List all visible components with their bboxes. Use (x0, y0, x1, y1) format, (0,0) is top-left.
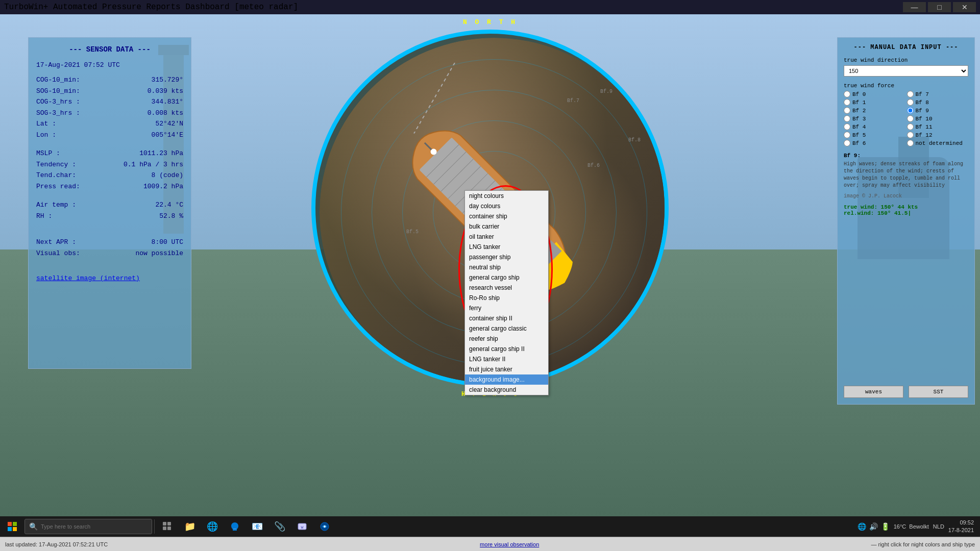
menu-item-neutral-ship[interactable]: neutral ship (465, 262, 548, 272)
menu-item-general-cargo-classic[interactable]: general cargo classic (465, 323, 548, 334)
menu-item-general-cargo-ship[interactable]: general cargo ship (465, 272, 548, 283)
menu-item-ro-ro-ship[interactable]: Ro-Ro ship (465, 293, 548, 303)
status-right: — right click for night colors and ship … (866, 541, 980, 547)
bf-label-7: Bf.7 (567, 98, 579, 104)
bf5-radio[interactable] (844, 132, 850, 138)
bf-description-text: High waves; dense streaks of foam along … (844, 161, 968, 189)
svg-rect-17 (167, 522, 171, 525)
sensor-tendchar: Tend.char: 8 (code) (36, 170, 183, 181)
taskbar-search-bar[interactable]: 🔍 (24, 519, 152, 534)
window-controls: — □ ✕ (903, 2, 976, 12)
bf8-radio[interactable] (907, 99, 914, 106)
bf12-option: Bf 12 (907, 132, 969, 138)
bf2-radio[interactable] (844, 107, 850, 114)
app5-button[interactable]: 📎 (269, 517, 290, 536)
status-center[interactable]: more visual observation (153, 541, 866, 547)
bfnd-label: not determined (916, 140, 963, 146)
bf10-radio[interactable] (907, 115, 914, 122)
bf11-label: Bf 11 (916, 124, 933, 130)
menu-item-container-ship[interactable]: container ship (465, 211, 548, 221)
wind-force-label: true wind force (844, 83, 968, 89)
context-menu: night colours day colours container ship… (464, 190, 549, 395)
menu-item-day-colours[interactable]: day colours (465, 201, 548, 211)
bf11-radio[interactable] (907, 123, 914, 130)
menu-item-general-cargo-ship-ii[interactable]: general cargo ship II (465, 344, 548, 354)
weather-condition: Bewolkt (909, 523, 929, 530)
bf6-radio[interactable] (844, 140, 850, 146)
wind-direction-group: true wind direction 150 160 170 (844, 57, 968, 77)
wind-direction-select[interactable]: 150 160 170 (844, 65, 968, 77)
app6-button[interactable]: W (291, 517, 313, 536)
sst-button[interactable]: SST (909, 386, 968, 398)
true-wind-value: true wind: 150° 44 kts (844, 204, 968, 210)
taskbar-search-icon: 🔍 (29, 522, 38, 531)
sensor-lat: Lat : 52°42'N (36, 119, 183, 129)
rel-wind-value: rel.wind: 150° 41.5| (844, 210, 968, 216)
turbowin-button[interactable] (314, 517, 335, 536)
status-left: last updated: 17-Aug-2021 07:52:21 UTC (0, 541, 153, 547)
bf9-radio[interactable] (907, 107, 914, 114)
bf11-option: Bf 11 (907, 123, 969, 130)
sensor-airtemp: Air temp : 22.4 °C (36, 200, 183, 210)
chrome-button[interactable]: 🌐 (202, 517, 223, 536)
volume-icon: 🔊 (869, 522, 878, 531)
bf3-option: Bf 3 (844, 115, 905, 122)
waves-button[interactable]: waves (844, 386, 903, 398)
menu-item-reefer-ship[interactable]: reefer ship (465, 334, 548, 344)
menu-item-bulk-carrier[interactable]: bulk carrier (465, 221, 548, 232)
bf3-radio[interactable] (844, 115, 850, 122)
menu-item-night-colours[interactable]: night colours (465, 191, 548, 201)
menu-item-oil-tanker[interactable]: oil tanker (465, 232, 548, 242)
satellite-image-link[interactable]: satellite image (internet) (36, 274, 140, 282)
svg-rect-16 (163, 522, 166, 525)
bfnd-radio[interactable] (907, 140, 914, 146)
minimize-button[interactable]: — (903, 2, 926, 12)
sensor-sog10: SOG-10_min: 0.039 kts (36, 86, 183, 96)
manual-panel-title: --- MANUAL DATA INPUT --- (844, 44, 968, 51)
manual-data-input-panel: --- MANUAL DATA INPUT --- true wind dire… (837, 37, 975, 405)
bf7-radio[interactable] (907, 91, 914, 97)
bf12-radio[interactable] (907, 132, 914, 138)
bf6-option: Bf 6 (844, 140, 905, 146)
bf2-label: Bf 2 (852, 108, 866, 114)
menu-item-lng-tanker[interactable]: LNG tanker (465, 242, 548, 252)
taskbar-search-input[interactable] (41, 523, 148, 530)
edge-button[interactable] (224, 517, 246, 536)
close-button[interactable]: ✕ (953, 2, 976, 12)
file-explorer-button[interactable]: 📁 (179, 517, 201, 536)
system-clock[interactable]: 09:52 17-8-2021 (948, 519, 974, 535)
menu-item-container-ship-ii[interactable]: container ship II (465, 313, 548, 323)
sensor-nextapr: Next APR : 8:00 UTC (36, 237, 183, 247)
svg-point-23 (324, 525, 326, 528)
menu-item-lng-tanker-ii[interactable]: LNG tanker II (465, 354, 548, 364)
windows-start-button[interactable] (1, 517, 23, 536)
windows-logo (8, 522, 17, 531)
north-label: N O R T H (463, 18, 517, 26)
sensor-panel-title: --- SENSOR DATA --- (36, 45, 183, 54)
win-square-1 (8, 522, 12, 526)
menu-item-fruit-juice-tanker[interactable]: fruit juice tanker (465, 364, 548, 374)
task-view-button[interactable] (157, 517, 178, 536)
window-title: TurboWin+ Automated Pressure Reports Das… (4, 3, 298, 12)
bf0-radio[interactable] (844, 91, 850, 97)
sensor-cog10: COG-10_min: 315.729° (36, 75, 183, 85)
maximize-button[interactable]: □ (928, 2, 951, 12)
bf-label-6: Bf.6 (587, 163, 600, 168)
menu-item-passenger-ship[interactable]: passenger ship (465, 252, 548, 262)
menu-item-research-vessel[interactable]: research vessel (465, 283, 548, 293)
bf-selected-label: Bf 9: (844, 153, 968, 159)
bf7-option: Bf 7 (907, 91, 969, 97)
bf7-label: Bf 7 (916, 91, 929, 97)
bf1-radio[interactable] (844, 99, 850, 106)
bf4-radio[interactable] (844, 123, 850, 130)
sensor-sog3h: SOG-3_hrs : 0.008 kts (36, 108, 183, 118)
menu-item-ferry[interactable]: ferry (465, 303, 548, 313)
taskbar-divider-1 (154, 519, 155, 534)
outlook-button[interactable]: 📧 (247, 517, 268, 536)
bf2-option: Bf 2 (844, 107, 905, 114)
bf10-option: Bf 10 (907, 115, 969, 122)
menu-item-background-image[interactable]: background image... (465, 374, 548, 385)
menu-item-clear-background[interactable]: clear background (465, 385, 548, 395)
svg-rect-19 (167, 527, 171, 530)
bf0-label: Bf 0 (852, 91, 866, 97)
